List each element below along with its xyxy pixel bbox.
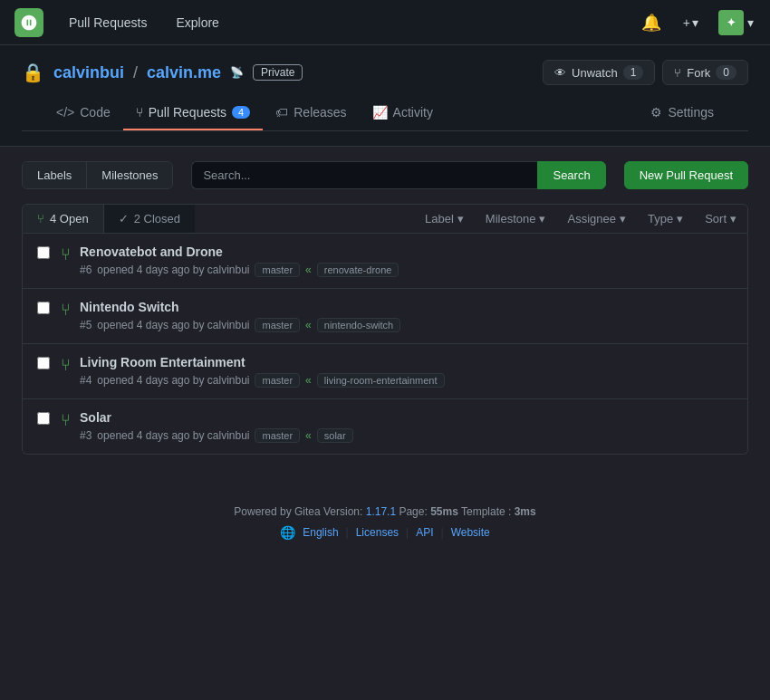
pr-source-branch[interactable]: nintendo-switch xyxy=(317,318,400,332)
footer-english-link[interactable]: English xyxy=(303,526,338,539)
fork-button[interactable]: ⑂ Fork 0 xyxy=(662,60,748,85)
code-icon: </> xyxy=(56,105,74,120)
activity-icon: 📈 xyxy=(372,105,388,120)
pr-content: Solar #3 opened 4 days ago by calvinbui … xyxy=(80,410,733,443)
repo-header: 🔒 calvinbui / calvin.me 📡 Private 👁 Unwa… xyxy=(0,45,770,147)
pr-checkbox-1[interactable] xyxy=(37,246,50,259)
pr-list: ⑂ Renovatebot and Drone #6 opened 4 days… xyxy=(22,234,748,455)
tab-code[interactable]: </> Code xyxy=(43,96,123,130)
tab-settings[interactable]: ⚙ Settings xyxy=(638,96,727,130)
unwatch-button[interactable]: 👁 Unwatch 1 xyxy=(543,60,655,85)
explore-nav-link[interactable]: Explore xyxy=(168,12,226,34)
topnav-links: Pull Requests Explore xyxy=(62,12,620,34)
footer-sep-3: | xyxy=(441,526,444,539)
pr-source-branch[interactable]: solar xyxy=(317,428,353,443)
footer-website-link[interactable]: Website xyxy=(451,526,490,539)
avatar: ✦ xyxy=(718,10,744,35)
pr-checkbox-2[interactable] xyxy=(37,302,50,314)
visibility-badge: Private xyxy=(253,64,303,81)
assignee-filter-button[interactable]: Assignee ▾ xyxy=(556,205,636,233)
repo-name-link[interactable]: calvin.me xyxy=(147,63,221,82)
milestones-button[interactable]: Milestones xyxy=(87,162,172,188)
open-filter-button[interactable]: ⑂ 4 Open xyxy=(23,205,104,233)
search-button[interactable]: Search xyxy=(537,161,605,189)
gear-icon: ⚙ xyxy=(650,105,662,120)
pr-open-status-icon: ⑂ xyxy=(61,411,71,430)
rss-icon[interactable]: 📡 xyxy=(230,66,244,79)
repo-owner-link[interactable]: calvinbui xyxy=(53,63,124,82)
sort-filter-button[interactable]: Sort ▾ xyxy=(694,205,747,233)
pr-title[interactable]: Living Room Entertainment xyxy=(80,355,733,369)
footer-licenses-link[interactable]: Licenses xyxy=(356,526,399,539)
pr-target-branch[interactable]: master xyxy=(255,263,300,277)
filter-row: ⑂ 4 Open ✓ 2 Closed Label ▾ Milestone ▾ xyxy=(22,204,748,234)
notifications-button[interactable]: 🔔 xyxy=(638,9,665,36)
type-filter-label: Type xyxy=(648,212,673,225)
tab-activity-label: Activity xyxy=(393,105,433,120)
pr-branch-arrow: « xyxy=(305,264,312,276)
pr-number: #4 xyxy=(80,374,91,387)
type-filter-button[interactable]: Type ▾ xyxy=(637,205,694,233)
fork-count: 0 xyxy=(716,65,736,80)
pr-target-branch[interactable]: master xyxy=(255,318,300,332)
footer-api-link[interactable]: API xyxy=(416,526,433,539)
user-menu-button[interactable]: ✦ ▾ xyxy=(717,8,756,37)
open-closed-group: ⑂ 4 Open ✓ 2 Closed xyxy=(23,205,195,233)
type-filter-chevron: ▾ xyxy=(677,212,683,225)
pr-meta-text: opened 4 days ago by calvinbui xyxy=(97,264,249,276)
pr-target-branch[interactable]: master xyxy=(255,373,300,388)
pr-source-branch[interactable]: living-room-entertainment xyxy=(317,373,445,388)
new-pull-request-button[interactable]: New Pull Request xyxy=(624,161,748,189)
pr-content: Renovatebot and Drone #6 opened 4 days a… xyxy=(80,245,733,277)
main-content: Labels Milestones Search New Pull Reques… xyxy=(0,147,770,469)
pr-branch-arrow: « xyxy=(305,429,312,442)
pr-source-branch[interactable]: renovate-drone xyxy=(317,263,399,277)
pr-title[interactable]: Renovatebot and Drone xyxy=(80,245,733,259)
pr-item: ⑂ Renovatebot and Drone #6 opened 4 days… xyxy=(23,234,747,289)
toolbar-row: Labels Milestones Search New Pull Reques… xyxy=(22,161,748,189)
repo-tabs: </> Code ⑂ Pull Requests 4 🏷 Releases 📈 … xyxy=(22,96,748,131)
label-filter-label: Label xyxy=(425,212,454,225)
sort-filter-chevron: ▾ xyxy=(730,212,736,225)
closed-filter-button[interactable]: ✓ 2 Closed xyxy=(104,205,195,233)
lock-icon: 🔒 xyxy=(22,62,44,83)
closed-label: 2 Closed xyxy=(134,212,180,225)
pr-meta: #5 opened 4 days ago by calvinbui master… xyxy=(80,318,733,332)
footer-version-link[interactable]: 1.17.1 xyxy=(366,505,396,518)
tab-releases-label: Releases xyxy=(294,105,346,120)
pr-open-status-icon: ⑂ xyxy=(61,356,71,375)
pr-checkbox-4[interactable] xyxy=(37,412,50,425)
search-input[interactable] xyxy=(191,161,537,189)
tab-settings-label: Settings xyxy=(668,105,714,120)
pr-icon: ⑂ xyxy=(136,105,143,120)
sort-filter-label: Sort xyxy=(705,212,727,225)
pr-branch-arrow: « xyxy=(305,319,312,331)
pr-meta-text: opened 4 days ago by calvinbui xyxy=(97,374,249,387)
create-button[interactable]: + ▾ xyxy=(676,12,706,34)
pr-item: ⑂ Solar #3 opened 4 days ago by calvinbu… xyxy=(23,399,747,454)
pr-title[interactable]: Nintendo Switch xyxy=(80,300,733,314)
footer-sep-1: | xyxy=(346,526,349,539)
pr-title[interactable]: Solar xyxy=(80,410,733,425)
tab-releases[interactable]: 🏷 Releases xyxy=(263,96,359,130)
label-milestone-group: Labels Milestones xyxy=(22,161,173,189)
pull-requests-nav-link[interactable]: Pull Requests xyxy=(62,12,154,34)
labels-button[interactable]: Labels xyxy=(23,162,87,188)
unwatch-label: Unwatch xyxy=(572,66,618,80)
pr-checkbox-3[interactable] xyxy=(37,357,50,369)
pr-content: Living Room Entertainment #4 opened 4 da… xyxy=(80,355,733,388)
tab-pull-requests[interactable]: ⑂ Pull Requests 4 xyxy=(123,96,264,130)
site-logo[interactable] xyxy=(14,8,43,37)
pr-count-badge: 4 xyxy=(232,106,250,119)
label-filter-chevron: ▾ xyxy=(457,212,464,225)
milestone-filter-button[interactable]: Milestone ▾ xyxy=(475,205,557,233)
pr-meta-text: opened 4 days ago by calvinbui xyxy=(97,319,249,331)
gitea-icon xyxy=(20,14,38,32)
pr-list-container: ⑂ 4 Open ✓ 2 Closed Label ▾ Milestone ▾ xyxy=(22,204,748,455)
tab-code-label: Code xyxy=(80,105,110,120)
milestone-filter-chevron: ▾ xyxy=(539,212,545,225)
pr-target-branch[interactable]: master xyxy=(255,428,300,443)
tab-activity[interactable]: 📈 Activity xyxy=(360,96,446,130)
label-filter-button[interactable]: Label ▾ xyxy=(414,205,475,233)
pr-number: #6 xyxy=(80,264,91,276)
